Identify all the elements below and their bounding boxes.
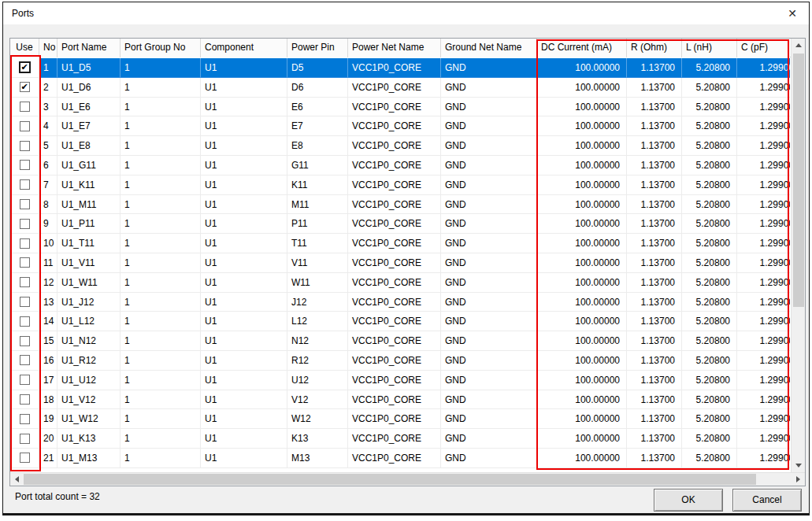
table-row[interactable]: 5U1_E81U1E8VCC1P0_COREGND100.000001.1370… — [10, 136, 791, 156]
cell-r_ohm: 1.13700 — [627, 293, 682, 312]
cell-port_group_no: 1 — [121, 312, 201, 331]
cell-value: 1.29900 — [760, 312, 790, 331]
checkbox-unchecked-icon[interactable] — [20, 160, 30, 170]
cell-ground_net_name: GND — [441, 214, 537, 234]
table-row[interactable]: 16U1_R121U1R12VCC1P0_COREGND100.000001.1… — [10, 351, 791, 371]
table-row[interactable]: 14U1_L121U1L12VCC1P0_COREGND100.000001.1… — [10, 312, 791, 331]
cell-c_pf: 1.29900 — [737, 214, 790, 234]
checkbox-unchecked-icon[interactable] — [20, 316, 30, 327]
ok-button[interactable]: OK — [654, 489, 723, 512]
table-row[interactable]: ✔2U1_D61U1D6VCC1P0_COREGND100.000001.137… — [10, 78, 791, 98]
checkbox-checked-icon[interactable]: ✔ — [20, 82, 30, 92]
column-header-c_pf[interactable]: C (pF) — [737, 39, 790, 57]
checkbox-unchecked-icon[interactable] — [20, 434, 30, 444]
scroll-up-icon[interactable] — [792, 39, 805, 52]
table-row[interactable]: 7U1_K111U1K11VCC1P0_COREGND100.000001.13… — [10, 176, 791, 195]
checkbox-unchecked-icon[interactable] — [20, 257, 30, 268]
column-header-use[interactable]: Use — [10, 39, 39, 57]
cell-port_group_no: 1 — [121, 98, 201, 117]
table-row[interactable]: 9U1_P111U1P11VCC1P0_COREGND100.000001.13… — [10, 214, 791, 234]
cell-value: 1.29900 — [760, 98, 790, 116]
table-row[interactable]: 19U1_W121U1W12VCC1P0_COREGND100.000001.1… — [10, 409, 791, 429]
scroll-down-icon[interactable] — [792, 459, 805, 472]
checkbox-unchecked-icon[interactable] — [20, 277, 30, 287]
cell-ground_net_name: GND — [441, 371, 537, 390]
cell-c_pf: 1.29900 — [737, 409, 790, 429]
table-row[interactable]: 21U1_M131U1M13VCC1P0_COREGND100.000001.1… — [10, 449, 791, 468]
cell-power_pin: V12 — [287, 390, 348, 410]
column-header-component[interactable]: Component — [201, 39, 287, 57]
table-row[interactable]: 6U1_G111U1G11VCC1P0_COREGND100.000001.13… — [10, 156, 791, 176]
checkbox-unchecked-icon[interactable] — [20, 121, 30, 131]
checkbox-unchecked-icon[interactable] — [20, 102, 30, 112]
cell-port_name: U1_E7 — [57, 116, 121, 136]
table-row[interactable]: 17U1_U121U1U12VCC1P0_COREGND100.000001.1… — [10, 371, 791, 390]
scroll-right-icon[interactable] — [792, 473, 805, 486]
column-header-dc_current_ma[interactable]: DC Current (mA) — [537, 39, 627, 57]
checkbox-unchecked-icon[interactable] — [20, 219, 30, 229]
column-header-port_name[interactable]: Port Name — [57, 39, 121, 57]
table-row[interactable]: 18U1_V121U1V12VCC1P0_COREGND100.000001.1… — [10, 390, 791, 410]
horizontal-scrollbar-thumb[interactable] — [24, 474, 756, 485]
cell-r_ohm: 1.13700 — [627, 78, 682, 98]
cell-value: 1.29900 — [760, 449, 790, 467]
cell-l_nh: 5.20800 — [682, 351, 737, 371]
cell-l_nh: 5.20800 — [682, 195, 737, 215]
column-header-r_ohm[interactable]: R (Ohm) — [627, 39, 682, 57]
column-header-power_net_name[interactable]: Power Net Name — [348, 39, 441, 57]
table-row[interactable]: 3U1_E61U1E6VCC1P0_COREGND100.000001.1370… — [10, 98, 791, 117]
checkbox-unchecked-icon[interactable] — [20, 414, 30, 424]
cell-power_net_name: VCC1P0_CORE — [348, 409, 441, 429]
checkbox-checked-icon[interactable]: ✔ — [19, 61, 31, 73]
horizontal-scrollbar[interactable] — [10, 472, 805, 486]
checkbox-unchecked-icon[interactable] — [20, 199, 30, 209]
screenshot-canvas: Ports ✕ UseNoPort NamePort Group NoCompo… — [0, 0, 812, 521]
table-row[interactable]: 10U1_T111U1T11VCC1P0_COREGND100.000001.1… — [10, 234, 791, 253]
cell-l_nh: 5.20800 — [682, 253, 737, 273]
close-icon[interactable]: ✕ — [780, 5, 804, 22]
cell-port_group_no: 1 — [121, 176, 201, 195]
cell-r_ohm: 1.13700 — [627, 273, 682, 293]
cancel-button[interactable]: Cancel — [732, 489, 802, 512]
table-row[interactable]: ✔1U1_D51U1D5VCC1P0_COREGND100.000001.137… — [10, 58, 791, 78]
checkbox-unchecked-icon[interactable] — [20, 375, 30, 385]
table-row[interactable]: 8U1_M111U1M11VCC1P0_COREGND100.000001.13… — [10, 195, 791, 215]
column-header-ground_net_name[interactable]: Ground Net Name — [441, 39, 537, 57]
checkbox-unchecked-icon[interactable] — [20, 453, 30, 463]
table-row[interactable]: 12U1_W111U1W11VCC1P0_COREGND100.000001.1… — [10, 273, 791, 293]
cell-c_pf: 1.29900 — [737, 449, 790, 468]
table-row[interactable]: 4U1_E71U1E7VCC1P0_COREGND100.000001.1370… — [10, 116, 791, 136]
cell-power_pin: E6 — [287, 98, 348, 117]
column-header-power_pin[interactable]: Power Pin — [287, 39, 348, 57]
table-row[interactable]: 11U1_V111U1V11VCC1P0_COREGND100.000001.1… — [10, 253, 791, 273]
cell-power_net_name: VCC1P0_CORE — [348, 136, 441, 156]
checkbox-unchecked-icon[interactable] — [20, 394, 30, 405]
column-header-port_group_no[interactable]: Port Group No — [121, 39, 201, 57]
checkbox-unchecked-icon[interactable] — [20, 355, 30, 365]
checkbox-unchecked-icon[interactable] — [20, 336, 30, 346]
cell-l_nh: 5.20800 — [682, 58, 737, 78]
column-header-l_nh[interactable]: L (nH) — [682, 39, 737, 57]
scroll-left-icon[interactable] — [10, 473, 24, 486]
column-header-no[interactable]: No — [39, 39, 57, 57]
cell-c_pf: 1.29900 — [737, 116, 790, 136]
cell-no: 4 — [39, 116, 57, 136]
vertical-scrollbar[interactable] — [791, 39, 805, 472]
cell-dc_current_ma: 100.00000 — [537, 214, 627, 234]
checkbox-unchecked-icon[interactable] — [20, 179, 30, 190]
cell-no: 17 — [39, 371, 57, 390]
checkbox-unchecked-icon[interactable] — [20, 297, 30, 307]
table-row[interactable]: 13U1_J121U1J12VCC1P0_COREGND100.000001.1… — [10, 293, 791, 312]
table-row[interactable]: 20U1_K131U1K13VCC1P0_COREGND100.000001.1… — [10, 429, 791, 449]
checkbox-unchecked-icon[interactable] — [20, 238, 30, 249]
vertical-scrollbar-thumb[interactable] — [793, 54, 804, 307]
cell-r_ohm: 1.13700 — [627, 176, 682, 195]
ports-dialog: Ports ✕ UseNoPort NamePort Group NoCompo… — [2, 2, 810, 515]
cell-no: 20 — [39, 429, 57, 449]
checkbox-unchecked-icon[interactable] — [20, 141, 30, 151]
use-cell — [10, 176, 39, 195]
title-bar[interactable]: Ports ✕ — [3, 2, 809, 24]
table-row[interactable]: 15U1_N121U1N12VCC1P0_COREGND100.000001.1… — [10, 331, 791, 351]
cell-power_pin: M11 — [287, 195, 348, 215]
cell-power_net_name: VCC1P0_CORE — [348, 78, 441, 98]
